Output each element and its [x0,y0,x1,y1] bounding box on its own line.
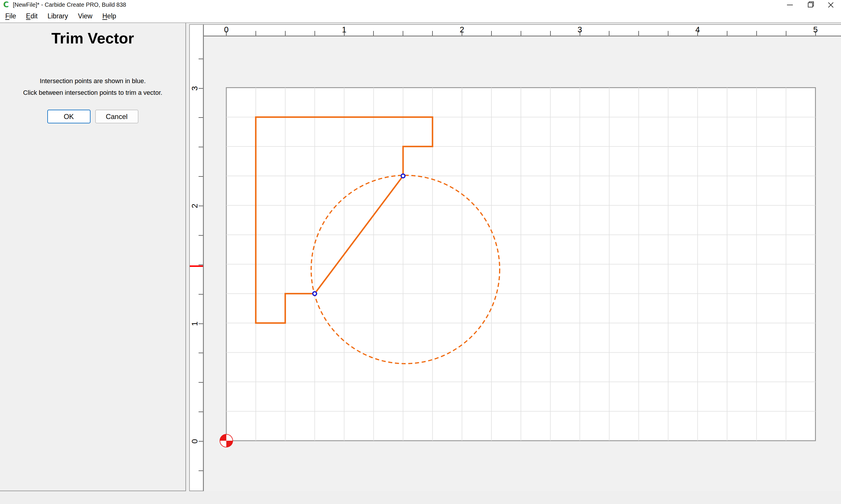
ruler-tick [199,235,203,236]
ok-button[interactable]: OK [47,110,90,123]
minimize-button[interactable] [780,0,800,10]
window-controls [780,0,841,10]
carbide-logo-icon: C [3,1,11,8]
ruler-tick [199,294,203,294]
menu-item-help[interactable]: Help [97,12,121,20]
menu-item-view[interactable]: View [73,12,97,20]
design-canvas[interactable] [204,36,841,491]
ruler-tick [373,31,374,36]
horizontal-ruler: 012345 [204,24,841,36]
menu-bar: FileEditLibraryViewHelp [0,10,841,23]
cursor-position-marker [190,266,203,267]
ruler-tick [199,117,203,118]
ruler-tick [199,353,203,353]
menu-item-library[interactable]: Library [42,12,73,20]
ruler-tick [199,382,203,383]
cancel-button[interactable]: Cancel [95,110,138,123]
ruler-tick [199,412,203,412]
menu-item-edit[interactable]: Edit [21,12,42,20]
panel-title: Trim Vector [0,29,185,47]
ruler-tick [314,31,315,36]
ruler-number: 0 [190,439,200,444]
app-window: { "window": { "title": "[NewFile]* - Car… [0,0,841,504]
ruler-number: 1 [190,321,200,326]
ruler-tick [432,31,433,36]
ruler-tick [727,31,727,36]
ruler-tick [550,31,551,36]
instruction-line-1: Intersection points are shown in blue. [0,75,185,87]
grid [226,88,816,441]
ruler-number: 2 [460,25,464,34]
origin-marker-icon [220,434,233,447]
ruler-tick [256,31,256,36]
restore-button[interactable] [800,0,821,10]
intersection-point[interactable] [313,292,316,295]
ruler-tick [199,176,203,177]
ruler-tick [609,31,610,36]
instruction-line-2: Click between intersection points to tri… [0,87,185,98]
vertical-ruler: 3210 [189,24,204,491]
menu-item-file[interactable]: File [0,12,21,20]
ruler-tick [786,31,786,36]
ruler-tick [521,31,521,36]
ruler-tick [756,31,757,36]
ruler-tick [199,59,203,59]
trim-vector-panel: Trim Vector Intersection points are show… [0,23,186,491]
ruler-tick [491,31,492,36]
title-bar: C [NewFile]* - Carbide Create PRO, Build… [0,0,841,10]
minimize-icon [787,5,793,5]
instructions: Intersection points are shown in blue. C… [0,75,185,98]
ruler-number: 3 [190,86,200,91]
button-row: OK Cancel [0,110,185,123]
ruler-number: 4 [695,25,700,34]
ruler-number: 2 [190,203,200,208]
ruler-tick [199,147,203,147]
ruler-number: 1 [342,25,347,34]
ruler-tick [403,31,403,36]
ruler-number: 3 [578,25,582,34]
intersection-point[interactable] [401,174,405,178]
ruler-tick [285,31,286,36]
window-title: [NewFile]* - Carbide Create PRO, Build 8… [13,0,126,10]
ruler-tick [199,470,203,471]
close-button[interactable] [821,0,841,10]
ruler-tick [668,31,668,36]
ruler-number: 0 [224,25,229,34]
ruler-tick [199,265,203,265]
ruler-tick [638,31,639,36]
ruler-number: 5 [813,25,818,34]
